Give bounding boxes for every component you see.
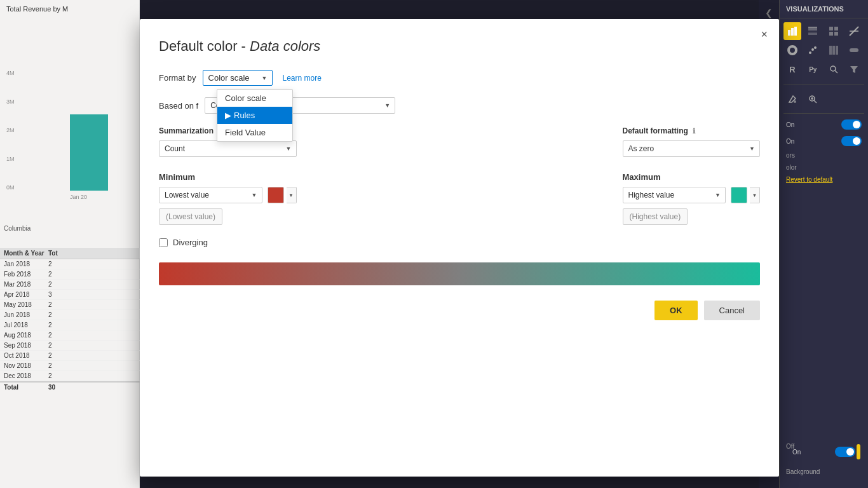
right-sidebar: VISUALIZATIONS R Py — [779, 0, 868, 488]
vis-icon-table[interactable] — [804, 22, 822, 40]
modal-title-italic: Data colors — [250, 38, 320, 54]
svg-rect-20 — [832, 46, 835, 55]
revert-default-button[interactable]: Revert to default — [780, 173, 868, 186]
svg-rect-10 — [834, 27, 838, 30]
col-header-total: Tot — [48, 250, 67, 257]
toggle-row-2: On — [780, 133, 868, 149]
sidebar-zoom-icon[interactable] — [804, 90, 822, 108]
diverging-checkbox[interactable] — [159, 238, 168, 247]
sidebar-paint-icon[interactable] — [783, 90, 801, 108]
spacer-col — [322, 126, 597, 157]
table-header: Month & Year Tot — [0, 248, 140, 259]
minimum-color-chevron[interactable]: ▼ — [287, 187, 297, 203]
vis-icon-grid2[interactable] — [825, 41, 843, 59]
toggle-2[interactable] — [841, 136, 862, 146]
vis-icon-other2[interactable] — [845, 41, 863, 59]
vis-icon-other1[interactable] — [845, 22, 863, 40]
svg-rect-5 — [808, 30, 817, 31]
svg-rect-3 — [808, 27, 817, 29]
svg-rect-2 — [794, 27, 797, 36]
svg-line-28 — [814, 100, 817, 103]
vis-icon-matrix[interactable] — [825, 22, 843, 40]
vis-icon-filter[interactable] — [845, 60, 863, 78]
maximum-display-value: (Highest value) — [623, 208, 688, 225]
table-row: Apr 20183 — [0, 290, 140, 300]
learn-more-link[interactable]: Learn more — [283, 74, 322, 83]
table-row: May 20182 — [0, 300, 140, 310]
svg-point-18 — [814, 46, 817, 49]
default-formatting-select[interactable]: As zero — [623, 140, 761, 157]
maximum-type-select-wrapper: Highest value — [623, 187, 726, 203]
maximum-section: Maximum Highest value ▼ (Highest value) — [623, 172, 761, 225]
summarization-select-wrapper: Count — [159, 140, 297, 157]
default-formatting-select-wrapper: As zero — [623, 140, 761, 157]
svg-rect-21 — [836, 46, 838, 55]
maximum-label: Maximum — [623, 172, 761, 182]
diverging-label: Diverging — [173, 238, 208, 247]
table-row: Dec 20182 — [0, 371, 140, 381]
table-row: Aug 20182 — [0, 330, 140, 341]
format-by-row: Format by Color scale Rules Field Value … — [159, 70, 760, 86]
table-total-row: Total 30 — [0, 381, 140, 392]
background-chart: Total Revenue by M 4M 3M 2M 1M 0M Jan 20… — [0, 0, 140, 488]
sidebar-title: VISUALIZATIONS — [786, 5, 844, 13]
y-label-2m: 2M — [6, 127, 15, 133]
maximum-color-swatch[interactable] — [731, 187, 747, 203]
vis-icon-py[interactable]: Py — [804, 60, 822, 78]
vis-icon-donut[interactable] — [783, 41, 801, 59]
svg-rect-8 — [808, 34, 817, 35]
dd-item-rules[interactable]: ▶Rules — [217, 107, 292, 124]
svg-rect-4 — [808, 29, 817, 30]
cancel-button[interactable]: Cancel — [704, 301, 760, 320]
background-table: Month & Year Tot Jan 20182 Feb 20182 Mar… — [0, 248, 140, 392]
chart-bar — [70, 114, 108, 191]
section-label-ors: ors — [780, 149, 868, 161]
section-label-olor: olor — [780, 161, 868, 173]
y-label-1m: 1M — [6, 156, 15, 162]
toggle-1[interactable] — [841, 119, 862, 130]
svg-rect-1 — [791, 28, 794, 36]
sidebar-icons-grid-2 — [780, 88, 868, 111]
summarization-select[interactable]: Count — [159, 140, 297, 157]
format-by-select[interactable]: Color scale Rules Field Value — [203, 70, 273, 86]
cursor-indicator: ▶ — [225, 111, 231, 120]
svg-rect-11 — [829, 32, 833, 36]
vis-icon-search[interactable] — [825, 60, 843, 78]
svg-rect-7 — [808, 33, 817, 34]
format-by-label: Format by — [159, 73, 196, 83]
toggle-3[interactable] — [835, 447, 855, 457]
vis-icon-scatter[interactable] — [804, 41, 822, 59]
minimum-section: Minimum Lowest value ▼ (Lowest value) — [159, 172, 297, 225]
svg-rect-19 — [829, 46, 832, 55]
region-label: Columbia — [0, 222, 34, 234]
default-formatting-section: Default formatting ℹ As zero — [623, 126, 761, 157]
ok-button[interactable]: OK — [654, 301, 698, 320]
table-row: Jan 20182 — [0, 259, 140, 269]
table-row: Mar 20182 — [0, 280, 140, 290]
dd-item-color-scale[interactable]: Color scale — [217, 90, 292, 107]
maximum-type-select[interactable]: Highest value — [623, 187, 726, 203]
svg-rect-12 — [834, 32, 838, 36]
svg-rect-6 — [808, 32, 817, 32]
maximum-color-chevron[interactable]: ▼ — [750, 187, 760, 203]
modal-close-button[interactable]: × — [761, 28, 768, 41]
table-row: Jun 20182 — [0, 310, 140, 320]
info-icon: ℹ — [693, 127, 695, 135]
dd-item-field-value[interactable]: Field Value — [217, 124, 292, 141]
vis-icon-r[interactable]: R — [783, 60, 801, 78]
sidebar-header: VISUALIZATIONS — [780, 0, 868, 18]
chart-title: Total Revenue by M — [0, 0, 139, 15]
minimum-color-swatch[interactable] — [268, 187, 284, 203]
table-row: Sep 20182 — [0, 341, 140, 351]
vis-icon-bar[interactable] — [783, 22, 801, 40]
minimum-value-row: Lowest value ▼ — [159, 187, 297, 203]
minimum-type-select[interactable]: Lowest value — [159, 187, 262, 203]
default-formatting-label: Default formatting ℹ — [623, 126, 761, 135]
table-row: Feb 20182 — [0, 269, 140, 280]
table-row: Jul 20182 — [0, 320, 140, 330]
y-label-3m: 3M — [6, 98, 15, 105]
svg-line-24 — [835, 71, 837, 73]
svg-point-16 — [809, 51, 811, 54]
svg-rect-0 — [788, 30, 790, 36]
minimum-label: Minimum — [159, 172, 297, 182]
